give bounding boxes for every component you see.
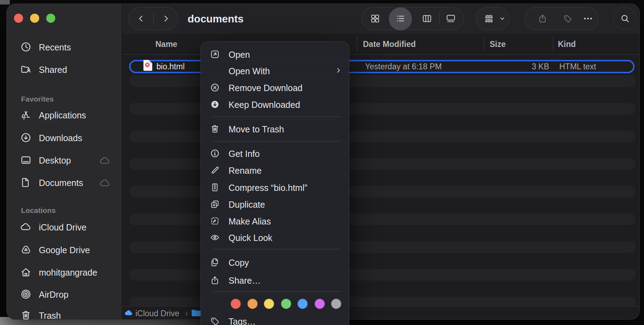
desktop-icon — [20, 154, 33, 167]
menu-item-open-with[interactable]: Open With — [201, 63, 350, 79]
menu-separator — [213, 141, 341, 141]
column-view-button[interactable] — [422, 13, 432, 24]
pencil-icon — [209, 165, 220, 176]
menu-item-duplicate[interactable]: Duplicate — [201, 196, 350, 213]
sidebar-item-google-drive[interactable]: Google Drive — [7, 243, 122, 257]
zoom-button[interactable] — [46, 14, 55, 23]
compress-icon — [209, 182, 220, 193]
cloud-icon — [20, 221, 33, 234]
menu-item-remove-download[interactable]: Remove Download — [201, 79, 350, 96]
menu-item-copy[interactable]: Copy — [201, 254, 350, 271]
document-icon — [20, 177, 33, 189]
copy-icon — [209, 257, 220, 268]
nav-button-group — [128, 7, 178, 30]
chevron-down-icon — [499, 16, 505, 22]
tag-color-red[interactable] — [231, 299, 241, 309]
menu-item-keep-downloaded[interactable]: Keep Downloaded — [201, 96, 350, 113]
view-divider — [439, 12, 440, 26]
menu-item-quick-look[interactable]: Quick Look — [201, 229, 350, 246]
sidebar-item-applications[interactable]: Applications — [7, 109, 122, 122]
group-by-icon — [484, 13, 494, 24]
file-date-modified: Yesterday at 6:18 PM — [365, 62, 442, 71]
menu-item-compress[interactable]: Compress “bio.html” — [201, 179, 350, 196]
tag-color-green[interactable] — [281, 299, 291, 309]
menu-separator — [213, 117, 341, 117]
tag-color-yellow[interactable] — [264, 299, 274, 309]
column-header-kind[interactable]: Kind — [558, 34, 576, 54]
list-view-button[interactable] — [395, 13, 406, 24]
eye-icon — [209, 232, 220, 243]
home-icon — [20, 266, 33, 279]
menu-item-get-info[interactable]: Get Info — [201, 145, 350, 162]
sidebar-item-home[interactable]: mohitgangrade — [7, 266, 122, 279]
share-icon — [209, 275, 220, 286]
column-header-name[interactable]: Name — [155, 34, 177, 54]
menu-item-move-to-trash[interactable]: Move to Trash — [201, 121, 350, 138]
app-store-icon — [20, 109, 33, 122]
breadcrumb-icloud-drive[interactable]: iCloud Drive — [135, 309, 179, 318]
menu-separator — [213, 291, 341, 292]
sidebar-item-documents[interactable]: Documents — [7, 176, 122, 189]
airdrop-icon — [20, 288, 33, 301]
documents-folder-icon[interactable] — [191, 309, 202, 317]
tag-icon — [209, 316, 220, 325]
group-button[interactable] — [476, 7, 510, 30]
back-button[interactable] — [136, 14, 146, 23]
forward-button[interactable] — [161, 14, 170, 23]
menu-item-make-alias[interactable]: Make Alias — [201, 213, 350, 230]
icon-view-button[interactable] — [370, 13, 380, 24]
context-menu: Open Open With Remove Download Keep Down… — [201, 41, 349, 325]
column-separator[interactable] — [357, 36, 357, 51]
column-separator[interactable] — [484, 36, 484, 51]
tag-color-gray[interactable] — [331, 299, 341, 309]
sidebar-item-downloads[interactable]: Downloads — [7, 131, 122, 145]
search-button[interactable] — [613, 7, 636, 30]
keep-downloaded-icon — [209, 99, 220, 110]
download-circle-icon — [20, 132, 33, 144]
sidebar-item-airdrop[interactable]: AirDrop — [7, 288, 122, 301]
window-title: documents — [188, 13, 244, 25]
duplicate-icon — [209, 199, 220, 210]
remove-download-icon — [209, 82, 220, 94]
column-separator[interactable] — [553, 36, 553, 51]
search-icon — [620, 13, 630, 24]
desktop-background — [0, 0, 10, 5]
close-button[interactable] — [14, 14, 23, 23]
html-file-icon — [143, 60, 153, 71]
menu-item-share[interactable]: Share… — [201, 272, 350, 289]
sidebar: Recents Shared Favorites Applications Do… — [7, 4, 122, 320]
menu-item-tags[interactable]: Tags… — [201, 313, 350, 325]
trash-icon — [209, 124, 220, 135]
sidebar-item-desktop[interactable]: Desktop — [7, 154, 122, 167]
column-header-date-modified[interactable]: Date Modified — [363, 34, 416, 54]
more-options-button[interactable] — [583, 13, 593, 24]
column-header-size[interactable]: Size — [490, 34, 506, 54]
menu-item-rename[interactable]: Rename — [201, 162, 350, 179]
sidebar-item-trash[interactable]: Trash — [7, 309, 122, 320]
icloud-icon — [124, 309, 134, 316]
tag-color-blue[interactable] — [298, 299, 308, 309]
info-icon — [209, 148, 220, 159]
sidebar-item-recents[interactable]: Recents — [7, 41, 122, 54]
open-icon — [209, 49, 220, 60]
clock-icon — [20, 41, 33, 54]
sidebar-section-locations: Locations — [21, 206, 56, 215]
sidebar-item-shared[interactable]: Shared — [7, 63, 122, 76]
status-bar: iCloud Drive › — [122, 306, 640, 320]
action-button-group — [524, 7, 599, 30]
shared-folder-icon — [20, 63, 33, 76]
tag-color-orange[interactable] — [247, 299, 258, 309]
share-button[interactable] — [538, 14, 547, 23]
tags-button[interactable] — [563, 14, 573, 23]
gallery-view-button[interactable] — [446, 13, 456, 24]
tag-color-purple[interactable] — [315, 299, 325, 309]
minimize-button[interactable] — [30, 14, 39, 23]
file-kind: HTML text — [559, 62, 596, 71]
cloud-status-icon — [99, 155, 111, 166]
nav-divider — [153, 12, 154, 26]
submenu-chevron-right-icon — [335, 67, 342, 75]
menu-item-open[interactable]: Open — [201, 46, 350, 63]
sidebar-item-icloud-drive[interactable]: iCloud Drive — [7, 221, 122, 234]
screen: Recents Shared Favorites Applications Do… — [0, 0, 644, 325]
view-switcher — [362, 7, 464, 30]
